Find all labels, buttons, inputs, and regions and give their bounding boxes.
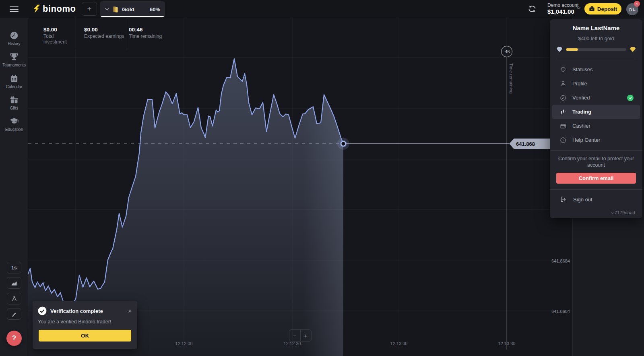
current-price-dot [337, 138, 349, 150]
diamond-icon [559, 66, 567, 73]
chevron-down-icon[interactable] [576, 7, 581, 10]
drawing-tool-button[interactable] [7, 308, 21, 320]
notification-badge: 1 [634, 1, 640, 7]
sign-out-button[interactable]: Sign out [550, 190, 642, 203]
menu-item-label: Profile [572, 81, 587, 87]
check-circle-icon [38, 306, 47, 315]
email-confirm-section: Confirm your email to protect your accou… [550, 151, 642, 190]
verified-icon [559, 94, 567, 101]
compass-icon [11, 295, 18, 302]
menu-item-label: Statuses [572, 66, 593, 72]
deposit-button[interactable]: Deposit [584, 3, 621, 14]
app-window: :46 Time remaining 641.868 641.8684 641.… [0, 0, 644, 356]
axis-right-label: 641.8684 [551, 259, 570, 263]
pencil-icon [11, 311, 17, 317]
stat-time-remaining: 00:46 Time remaining [126, 18, 184, 50]
status-progress-bar [556, 47, 636, 59]
history-clock-icon [9, 30, 19, 41]
menu-item-label: Verified [572, 95, 590, 101]
stat-label: Time remaining [129, 33, 184, 39]
stat-value: $0.00 [43, 27, 76, 33]
menu-item-verified[interactable]: Verified [550, 91, 642, 105]
verification-toast: Verification complete You are a verified… [33, 301, 137, 349]
chart-zoom-control: − + [289, 329, 312, 342]
lightning-bolt-icon [33, 4, 41, 14]
sidebar-item-tournaments[interactable]: Tournaments [0, 52, 28, 67]
candlestick-icon [559, 108, 567, 116]
expiry-axis-label: Time remaining [509, 63, 514, 93]
chart-type-button[interactable] [7, 277, 21, 289]
new-asset-tab-button[interactable]: + [82, 2, 97, 16]
sidebar-item-label: Education [0, 127, 28, 132]
asset-tab-gold[interactable]: Gold 60% [100, 1, 165, 17]
account-menu-panel: Name LastName $400 left to gold Statuses [550, 19, 642, 218]
progress-fill [566, 48, 578, 51]
chevron-down-icon [105, 8, 109, 11]
app-version: v.7179daad [611, 210, 635, 215]
svg-text:12:12:00: 12:12:00 [175, 341, 193, 346]
svg-text:12:13:00: 12:13:00 [390, 341, 408, 346]
toast-ok-button[interactable]: OK [39, 330, 131, 342]
stat-expected-earnings: $0.00 Expected earnings [76, 18, 126, 50]
silver-gem-icon [556, 47, 563, 52]
zoom-out-button[interactable]: − [289, 330, 301, 341]
svg-text:12:12:30: 12:12:30 [284, 341, 301, 346]
user-name: Name LastName [550, 25, 642, 31]
menu-item-trading[interactable]: Trading [552, 105, 640, 119]
menu-icon[interactable] [10, 6, 19, 12]
check-icon [629, 96, 632, 99]
sidebar-item-calendar[interactable]: Calendar [0, 73, 28, 89]
menu-item-statuses[interactable]: Statuses [550, 62, 642, 77]
toast-message: You are a verified Binomo trader! [33, 315, 137, 325]
gold-bars-icon [112, 5, 119, 13]
gift-icon [9, 95, 19, 105]
account-balance: $1,041.00 [547, 8, 578, 15]
wallet-icon [559, 122, 567, 130]
menu-item-label: Trading [572, 109, 591, 115]
menu-item-label: Help Center [572, 137, 600, 143]
top-bar: binomo + Gold 60% Demo account $1,041.00 [0, 0, 644, 18]
account-switcher[interactable]: Demo account $1,041.00 [547, 2, 578, 15]
asset-payout: 60% [150, 6, 160, 12]
confirm-email-button[interactable]: Confirm email [556, 173, 636, 184]
stat-total-investment: $0.00 Total investment [28, 18, 76, 50]
close-icon[interactable] [127, 308, 132, 314]
graduation-cap-icon [9, 116, 19, 126]
logo-text: binomo [43, 4, 76, 14]
sidebar-item-label: Gifts [0, 106, 28, 110]
briefcase-icon [589, 6, 595, 12]
stat-value: 00:46 [129, 27, 184, 33]
svg-text:12:13:30: 12:13:30 [498, 341, 516, 346]
menu-item-cashier[interactable]: Cashier [550, 119, 642, 133]
progress-track [566, 48, 626, 51]
deposit-label: Deposit [597, 6, 617, 12]
zoom-in-button[interactable]: + [301, 330, 312, 341]
stat-label: Total investment [43, 33, 76, 45]
expiry-badge-text: :46 [504, 49, 510, 54]
indicators-button[interactable] [7, 293, 21, 304]
menu-item-profile[interactable]: Profile [550, 77, 642, 91]
binomo-logo: binomo [33, 4, 76, 14]
calendar-icon [9, 73, 19, 84]
verified-check-badge [627, 95, 634, 101]
toast-title: Verification complete [50, 308, 103, 314]
asset-name: Gold [122, 6, 134, 12]
support-button[interactable]: ? [6, 331, 22, 346]
menu-item-label: Cashier [572, 123, 590, 129]
gold-gem-icon [630, 47, 636, 52]
sidebar-item-label: Calendar [0, 85, 28, 89]
axis-right-label: 641.8684 [551, 309, 570, 314]
profile-icon [559, 80, 567, 87]
refresh-icon[interactable] [528, 4, 537, 13]
stat-label: Expected earnings [84, 33, 126, 39]
menu-item-help-center[interactable]: Help Center [550, 133, 642, 147]
left-sidebar: History Tournaments Calendar [0, 18, 28, 356]
status-progress-label: $400 left to gold [550, 36, 642, 41]
timeframe-button[interactable]: 1s [7, 262, 21, 273]
sidebar-item-history[interactable]: History [0, 30, 28, 46]
sidebar-item-education[interactable]: Education [0, 116, 28, 132]
active-tab-underline [101, 16, 164, 17]
account-menu: Statuses Profile Verified [550, 59, 642, 151]
sidebar-item-gifts[interactable]: Gifts [0, 95, 28, 110]
sign-out-label: Sign out [573, 197, 592, 203]
